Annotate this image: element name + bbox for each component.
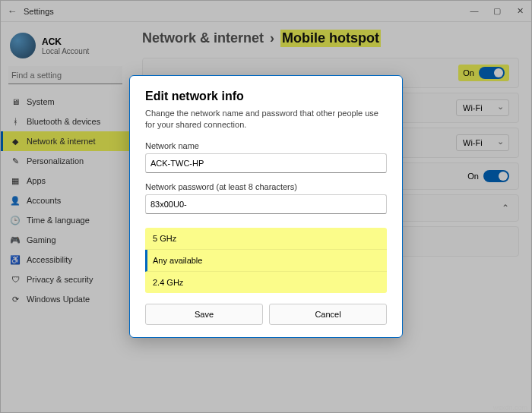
cancel-button[interactable]: Cancel bbox=[269, 304, 387, 325]
modal-overlay: Edit network info Change the network nam… bbox=[0, 0, 532, 413]
watermark: wsxdn.com bbox=[493, 404, 527, 411]
network-name-input[interactable] bbox=[145, 153, 387, 173]
edit-network-dialog: Edit network info Change the network nam… bbox=[129, 75, 403, 338]
dialog-title: Edit network info bbox=[145, 90, 387, 103]
network-name-label: Network name bbox=[145, 141, 387, 150]
band-list: 5 GHzAny available2.4 GHz bbox=[145, 228, 387, 293]
network-password-input[interactable] bbox=[145, 194, 387, 214]
band-option[interactable]: 2.4 GHz bbox=[145, 272, 387, 293]
dialog-description: Change the network name and password tha… bbox=[145, 108, 387, 131]
band-option[interactable]: Any available bbox=[145, 250, 387, 272]
save-button[interactable]: Save bbox=[145, 304, 263, 325]
network-password-label: Network password (at least 8 characters) bbox=[145, 182, 387, 191]
band-option[interactable]: 5 GHz bbox=[145, 228, 387, 250]
